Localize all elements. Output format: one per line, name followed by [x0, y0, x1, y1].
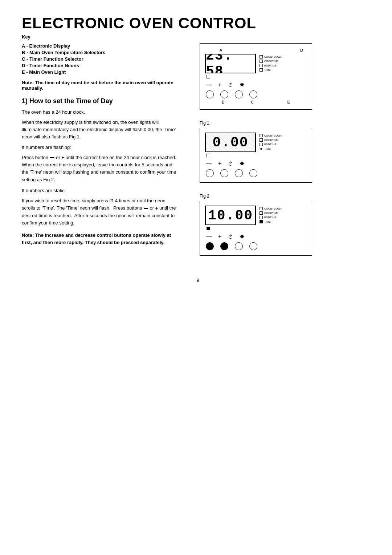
neon-box-time-0: [260, 68, 263, 72]
key-item-b: B - Main Oven Temperature Selectors: [22, 50, 185, 55]
neon-endtime-2: ENDTIME: [260, 216, 282, 219]
plus-icon: +: [61, 154, 64, 161]
fig2-display: 10.00: [205, 206, 256, 225]
plus-button-2[interactable]: +: [218, 234, 221, 240]
neon-time-2: TIME: [260, 220, 282, 223]
fig2-controls: — + ⏱ ✸: [205, 233, 307, 240]
fig1-controls: — + ⏱ ✸: [205, 160, 307, 167]
fig2-circle-1-filled[interactable]: [206, 242, 214, 250]
timer-button-0[interactable]: ⏱: [228, 82, 233, 88]
panel0-top-labels: A D: [205, 48, 307, 52]
small-indicator-0: [207, 75, 210, 78]
fig1-display: 0.00: [205, 133, 256, 152]
para1: The oven has a 24 hour clock.: [22, 109, 178, 116]
key-item-e: E - Main Oven Light: [22, 69, 185, 75]
fig1-container: Fig 1. 0.00 COUNTDOWN COOKTIM: [200, 121, 374, 183]
fig1-circle-3[interactable]: [235, 169, 243, 177]
fig2-time: 10.00: [208, 208, 253, 223]
label-d: D: [300, 48, 303, 52]
light-button-2[interactable]: ✸: [240, 233, 244, 240]
fig0-neons: COUNTDOWN COOKTIME ENDTIME TIME: [260, 54, 282, 72]
fig2-circle-4[interactable]: [249, 242, 257, 250]
neon-time-1: ✸ TIME: [260, 147, 282, 150]
key-item-d: D - Timer Function Neons: [22, 63, 185, 68]
timer-icon: ⏱: [109, 198, 114, 204]
minus-button-2[interactable]: —: [206, 234, 212, 240]
minus-icon-2: [144, 208, 148, 209]
neon-box-endtime-0: [260, 64, 263, 67]
label-c: C: [251, 100, 254, 104]
circle-c[interactable]: [220, 90, 228, 98]
label-b: B: [222, 100, 224, 104]
para4: Press button or + until the correct time…: [22, 154, 178, 183]
fig1-circle-4[interactable]: [249, 169, 257, 177]
neon-box-countdown-0: [260, 55, 263, 58]
neon-countdown-0: COUNTDOWN: [260, 55, 282, 58]
panel0-inner: 23. 58 COUNTDOWN COOKTIME: [205, 54, 307, 73]
fig1-circle-1[interactable]: [206, 169, 214, 177]
neon-cooktime-1: COOKTIME: [260, 138, 282, 142]
neon-label-time-1: TIME: [264, 147, 271, 150]
fig2-label: Fig 2.: [200, 194, 374, 199]
fig0-time: 23. 58: [206, 54, 255, 73]
neon-box-time-2-filled: [260, 220, 263, 223]
label-a: A: [220, 48, 222, 52]
panel0-controls: — + ⏱ ✸: [205, 81, 307, 88]
neon-label-endtime-1: ENDTIME: [264, 143, 277, 146]
neon-label-cooktime-2: COOKTIME: [264, 212, 279, 214]
neon-label-cooktime-1: COOKTIME: [264, 139, 279, 141]
circle-e[interactable]: [249, 90, 257, 98]
section-title: 1) How to set the Time of Day: [22, 97, 185, 105]
fig0-container: A D 23. 58 COUNTDOWN COOKTIME: [200, 43, 374, 110]
neon-box-endtime-1: [260, 143, 263, 146]
neon-label-time-0: TIME: [264, 69, 271, 71]
neon-box-cooktime-0: [260, 60, 263, 63]
note-text: Note: The time of day must be set before…: [22, 80, 178, 91]
neon-label-cooktime-0: COOKTIME: [264, 60, 279, 62]
light-button-0[interactable]: ✸: [240, 81, 244, 88]
fig1-label: Fig 1.: [200, 121, 374, 126]
panel0-bottom-labels: B C E: [205, 100, 307, 104]
plus-icon-2: +: [155, 205, 158, 212]
timer-button-2[interactable]: ⏱: [228, 234, 233, 240]
fig1-panel: 0.00 COUNTDOWN COOKTIME: [200, 128, 312, 183]
circle-b[interactable]: [206, 90, 214, 98]
minus-button-0[interactable]: —: [206, 82, 212, 88]
minus-button-1[interactable]: —: [206, 161, 212, 167]
fig2-circles: [205, 242, 307, 250]
fig1-circle-2[interactable]: [220, 169, 228, 177]
neon-label-countdown-1: COUNTDOWN: [264, 134, 282, 137]
circle-d[interactable]: [235, 90, 243, 98]
fig2-circle-2-filled[interactable]: [220, 242, 228, 250]
page-title: ELECTRONIC OVEN CONTROL: [22, 15, 374, 32]
neon-cooktime-0: COOKTIME: [260, 60, 282, 63]
fig1-neons: COUNTDOWN COOKTIME ENDTIME ✸: [260, 133, 282, 150]
light-button-1[interactable]: ✸: [240, 160, 244, 167]
neon-cooktime-2: COOKTIME: [260, 211, 282, 215]
neon-box-countdown-1: [260, 134, 263, 137]
plus-button-0[interactable]: +: [218, 82, 221, 88]
neon-label-endtime-2: ENDTIME: [264, 216, 277, 219]
plus-button-1[interactable]: +: [218, 161, 221, 167]
right-column: A D 23. 58 COUNTDOWN COOKTIME: [200, 43, 374, 256]
key-label: Key: [22, 34, 374, 40]
key-item-a: A - Electronic Display: [22, 43, 185, 49]
key-item-c: C - Timer Function Selector: [22, 56, 185, 62]
neon-time-0: TIME: [260, 68, 282, 72]
neon-endtime-1: ENDTIME: [260, 143, 282, 146]
fig2-circle-3[interactable]: [235, 242, 243, 250]
neon-countdown-2: COUNTDOWN: [260, 207, 282, 210]
fig2-panel: 10.00 COUNTDOWN COOKTIME E: [200, 201, 312, 256]
minus-icon: [50, 157, 54, 158]
fig1-inner: 0.00 COUNTDOWN COOKTIME: [205, 133, 307, 152]
page-number: 9: [22, 278, 374, 283]
neon-label-time-2: TIME: [264, 220, 271, 223]
para2: When the electricity supply is first swi…: [22, 119, 178, 141]
neon-label-countdown-2: COUNTDOWN: [264, 207, 282, 210]
para6: If you wish to reset the time, simply pr…: [22, 197, 178, 227]
left-column: A - Electronic Display B - Main Oven Tem…: [22, 43, 185, 256]
small-indicator-1: [207, 154, 210, 157]
neon-box-cooktime-1: [260, 138, 263, 142]
small-indicator-2-filled: [207, 227, 210, 230]
timer-button-1[interactable]: ⏱: [228, 161, 233, 167]
